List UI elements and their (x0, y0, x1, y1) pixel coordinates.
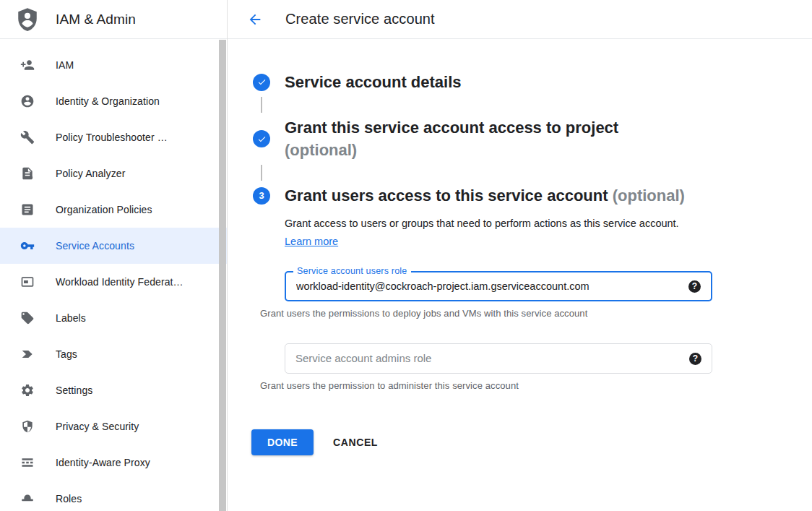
admins-role-input[interactable] (285, 344, 689, 373)
gear-icon (20, 383, 35, 398)
policy-analyzer-icon (20, 166, 35, 181)
sidebar-item-policy-troubleshooter[interactable]: Policy Troubleshooter … (0, 119, 227, 155)
cancel-button[interactable]: CANCEL (333, 437, 378, 448)
description-text: Grant access to users or groups that nee… (285, 218, 679, 229)
iam-admin-sidebar: IAM & Admin IAMIdentity & OrganizationPo… (0, 0, 228, 511)
article-icon (20, 202, 35, 217)
sidebar-item-identity-aware-proxy[interactable]: Identity-Aware Proxy (0, 445, 227, 481)
app-window: IAM & Admin IAMIdentity & OrganizationPo… (0, 0, 812, 511)
sidebar-item-identity-organization[interactable]: Identity & Organization (0, 83, 227, 119)
step-2-check-icon (253, 130, 270, 147)
step-3-title-text: Grant users access to this service accou… (285, 186, 608, 205)
step-2-title-text: Grant this service account access to pro… (285, 119, 618, 137)
sidebar-item-label: IAM (56, 59, 74, 71)
sidebar-item-label: Workload Identity Federat… (56, 276, 183, 288)
hat-icon (20, 491, 35, 506)
sidebar-item-roles[interactable]: Roles (0, 481, 227, 511)
step-2-title: Grant this service account access to pro… (285, 116, 618, 161)
sidebar-item-label: Tags (56, 348, 77, 360)
person-add-icon (20, 58, 35, 72)
sidebar-item-workload-identity-federation[interactable]: Workload Identity Federat… (0, 264, 227, 300)
sidebar-item-privacy-security[interactable]: Privacy & Security (0, 408, 227, 445)
sidebar-item-service-accounts[interactable]: Service Accounts (0, 228, 227, 264)
sidebar-item-policy-analyzer[interactable]: Policy Analyzer (0, 155, 227, 192)
sidebar-header: IAM & Admin (0, 0, 227, 39)
step-1-title: Service account details (285, 71, 462, 93)
key-icon (20, 239, 35, 253)
help-icon[interactable]: ? (689, 353, 701, 365)
step-3-optional-label: (optional) (613, 186, 685, 205)
service-account-users-role-field[interactable]: Service account users role ? (285, 271, 712, 301)
sidebar-scrollbar[interactable] (219, 40, 226, 511)
sidebar-item-iam[interactable]: IAM (0, 47, 227, 83)
step-3-description: Grant access to users or groups that nee… (285, 215, 700, 251)
page-title: Create service account (285, 11, 435, 27)
page-header: Create service account (228, 0, 812, 39)
learn-more-link[interactable]: Learn more (285, 236, 338, 247)
sidebar-item-label: Service Accounts (56, 240, 134, 252)
users-role-field-label: Service account users role (293, 266, 411, 276)
sidebar-item-organization-policies[interactable]: Organization Policies (0, 192, 227, 228)
sidebar-item-label: Roles (56, 493, 82, 504)
sidebar-item-tags[interactable]: Tags (0, 336, 227, 372)
sidebar-item-settings[interactable]: Settings (0, 372, 227, 408)
create-service-account-form: Service account details Grant this servi… (228, 39, 812, 455)
proxy-icon (20, 455, 35, 470)
users-role-input[interactable] (286, 272, 688, 300)
product-title: IAM & Admin (56, 12, 136, 27)
step-3-title: Grant users access to this service accou… (285, 184, 685, 207)
step-1-service-account-details: Service account details (253, 71, 783, 93)
users-role-helper-text: Grant users the permissions to deploy jo… (260, 308, 783, 319)
main-panel: Create service account Service account d… (228, 0, 812, 511)
help-icon[interactable]: ? (688, 280, 701, 293)
card-icon (20, 275, 35, 289)
iam-shield-icon (14, 5, 41, 34)
step-1-check-icon (253, 74, 270, 91)
service-account-admins-role-field[interactable]: ? (285, 343, 712, 374)
sidebar-item-labels[interactable]: Labels (0, 300, 227, 336)
step-connector (261, 165, 262, 181)
sidebar-item-label: Identity & Organization (56, 95, 160, 107)
step-connector (261, 97, 262, 113)
sidebar-nav: IAMIdentity & OrganizationPolicy Trouble… (0, 39, 227, 511)
tag-arrow-icon (20, 347, 35, 361)
form-actions: DONE CANCEL (253, 429, 783, 455)
account-circle-icon (20, 94, 35, 108)
sidebar-item-label: Privacy & Security (56, 421, 139, 432)
sidebar-item-label: Labels (56, 312, 86, 324)
step-2-optional-label: (optional) (285, 139, 618, 161)
sidebar-item-label: Identity-Aware Proxy (56, 457, 150, 468)
step-2-grant-access-to-project: Grant this service account access to pro… (253, 116, 783, 161)
shield-half-icon (20, 419, 35, 434)
sidebar-item-label: Policy Troubleshooter … (56, 132, 168, 143)
sidebar-item-label: Policy Analyzer (56, 168, 125, 179)
sidebar-item-label: Organization Policies (56, 204, 152, 215)
done-button[interactable]: DONE (251, 429, 314, 455)
step-3-grant-users-access: 3 Grant users access to this service acc… (253, 184, 783, 207)
sidebar-item-label: Settings (56, 385, 92, 396)
admins-role-helper-text: Grant users the permission to administer… (260, 380, 783, 391)
label-icon (20, 311, 35, 325)
back-arrow-icon[interactable] (246, 10, 264, 29)
wrench-icon (20, 130, 35, 145)
step-3-number-badge: 3 (253, 187, 270, 205)
